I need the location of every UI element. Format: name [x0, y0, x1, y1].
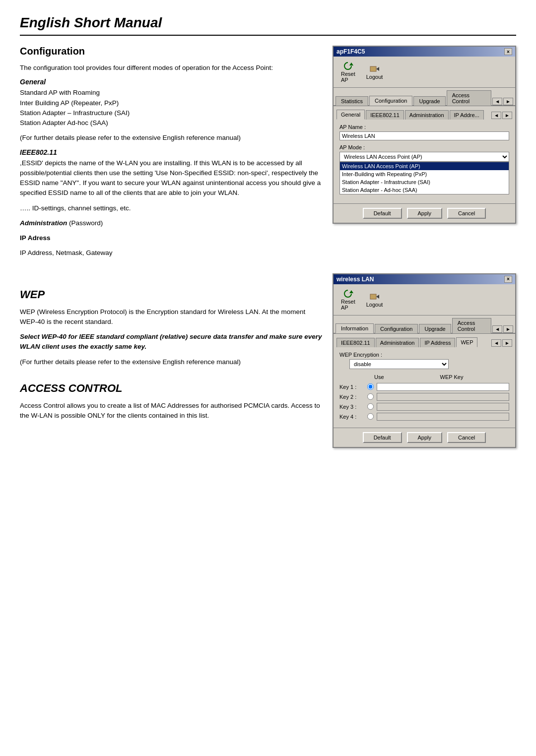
key1-radio[interactable]: [367, 383, 374, 390]
tab2-upgrade[interactable]: Upgrade: [419, 324, 451, 333]
tab-statistics[interactable]: Statistics: [335, 96, 368, 106]
general-items: Standard AP with RoamingInter Building A…: [20, 88, 323, 128]
key4-radio[interactable]: [367, 413, 374, 420]
subtab-ip-address[interactable]: IP Addre...: [450, 110, 484, 120]
key4-input[interactable]: [377, 413, 509, 421]
main-title: English Short Manual: [20, 15, 516, 36]
tab2-right-arrow[interactable]: ►: [503, 325, 513, 333]
subtab2-administration[interactable]: Administration: [376, 338, 419, 347]
dialog-wireless-lan: wireless LAN × ResetAP: [333, 273, 516, 448]
dialog1-content: AP Name : AP Mode : Wireless LAN Access …: [334, 119, 515, 203]
wep-key1-row: Key 1 :: [339, 383, 509, 391]
dialog2-titlebar: wireless LAN ×: [334, 274, 515, 284]
dialog1-logout-label: Logout: [366, 74, 383, 80]
key3-label: Key 3 :: [339, 404, 364, 410]
dialog1-logout-button[interactable]: Logout: [363, 63, 387, 81]
tab2-information[interactable]: Information: [335, 323, 374, 333]
ap-name-input[interactable]: [339, 131, 509, 140]
subtab2-left-arrow[interactable]: ◄: [491, 339, 501, 347]
tab-left-arrow[interactable]: ◄: [492, 98, 502, 105]
access-control-title: ACCESS CONTROL: [20, 382, 323, 395]
dialog1-apply-button[interactable]: Apply: [407, 208, 443, 219]
key2-radio[interactable]: [367, 393, 374, 400]
dialog1-tabs-row: Statistics Configuration Upgrade Access …: [334, 88, 515, 106]
svg-rect-1: [370, 66, 376, 71]
tab-upgrade[interactable]: Upgrade: [413, 96, 445, 106]
dialog1-footer: Default Apply Cancel: [334, 203, 515, 223]
dropdown-item-ap[interactable]: Wireless LAN Access Point (AP): [340, 162, 509, 170]
tab2-access-control[interactable]: Access Control: [452, 318, 492, 333]
dialog1-reset-button[interactable]: ResetAP: [337, 60, 359, 84]
dialog2-logout-button[interactable]: Logout: [363, 290, 387, 309]
tab-access-control[interactable]: Access Control: [447, 90, 492, 106]
dialog2-cancel-button[interactable]: Cancel: [447, 432, 486, 443]
dialog2-default-button[interactable]: Default: [363, 432, 402, 443]
svg-marker-3: [349, 290, 353, 293]
wep-title: WEP: [20, 288, 323, 301]
wep-encryption-select[interactable]: disable WEP-40 WEP-128: [349, 359, 449, 369]
access-control-section: ACCESS CONTROL Access Control allows you…: [20, 382, 323, 421]
key2-input[interactable]: [377, 393, 509, 401]
ip-label: IP Adress: [20, 233, 323, 243]
subtab2-ip-address[interactable]: IP Address: [420, 338, 455, 347]
wep-key-col-header: WEP Key: [394, 374, 509, 380]
subtab-administration[interactable]: Administration: [405, 110, 449, 120]
ieee-label: IEEE802.11: [20, 148, 323, 156]
dialog1-reset-label: ResetAP: [341, 71, 355, 83]
dialog2-reset-label: ResetAP: [341, 299, 355, 311]
svg-rect-4: [370, 294, 376, 299]
dialog1-toolbar: ResetAP Logout: [334, 57, 515, 88]
dropdown-item-saa[interactable]: Station Adapter - Ad-hoc (SAA): [340, 186, 509, 194]
tab2-left-arrow[interactable]: ◄: [492, 325, 502, 333]
svg-marker-0: [349, 63, 353, 65]
dialog2-title: wireless LAN: [336, 276, 374, 283]
dropdown-item-sai[interactable]: Station Adapter - Infrastructure (SAI): [340, 178, 509, 186]
configuration-title: Configuration: [20, 46, 323, 57]
wep-encryption-label: WEP Encryption :: [339, 352, 509, 358]
wep-section: WEP WEP (Wireless Encryption Protocol) i…: [20, 288, 323, 367]
dialog2-reset-button[interactable]: ResetAP: [337, 287, 359, 312]
key3-input[interactable]: [377, 403, 509, 411]
wep-note: (For further details please refer to the…: [20, 357, 323, 367]
key1-input[interactable]: [377, 383, 509, 391]
ap-mode-select[interactable]: Wireless LAN Access Point (AP) Inter-Bui…: [339, 152, 509, 162]
key3-radio[interactable]: [367, 403, 374, 410]
subtab-left-arrow[interactable]: ◄: [491, 112, 501, 119]
subtab2-wep[interactable]: WEP: [456, 337, 477, 347]
subtab-general[interactable]: General: [336, 110, 365, 120]
dropdown-list: Wireless LAN Access Point (AP) Inter-Bui…: [339, 162, 509, 194]
dialog1-title: apF1F4C5: [336, 48, 365, 55]
dialog2-toolbar: ResetAP Logout: [334, 284, 515, 315]
dialog1-cancel-button[interactable]: Cancel: [447, 208, 486, 219]
tab2-configuration[interactable]: Configuration: [375, 324, 418, 333]
dialog2-subtabs-row: IEEE802.11 Administration IP Address WEP…: [334, 334, 515, 347]
access-control-text: Access Control allows you to create a li…: [20, 401, 323, 421]
dialog2-footer: Default Apply Cancel: [334, 428, 515, 447]
wep-key4-row: Key 4 :: [339, 413, 509, 421]
ip-text: IP Address, Netmask, Gateway: [20, 248, 323, 258]
ieee-text: ,ESSID' depicts the name of the W-LAN yo…: [20, 158, 323, 198]
dialog1-close-button[interactable]: ×: [504, 48, 512, 55]
wep-key-header: Use WEP Key: [339, 373, 509, 381]
svg-marker-5: [376, 295, 379, 299]
id-settings: ….. ID-settings, channel settings, etc.: [20, 203, 323, 213]
wep-encryption-group: WEP Encryption : disable WEP-40 WEP-128: [339, 352, 509, 369]
subtab2-ieee80211[interactable]: IEEE802.11: [336, 338, 375, 347]
wep-key2-row: Key 2 :: [339, 393, 509, 401]
reset-icon-2: [342, 289, 354, 299]
dropdown-item-pxp[interactable]: Inter-Building with Repeating (PxP): [340, 170, 509, 178]
wep-intro: WEP (Wireless Encryption Protocol) is th…: [20, 307, 323, 327]
dialog2-content: WEP Encryption : disable WEP-40 WEP-128 …: [334, 347, 515, 428]
dialog1-default-button[interactable]: Default: [363, 208, 402, 219]
wep-bold-text: Select WEP-40 for IEEE standard complian…: [20, 332, 323, 352]
subtab-right-arrow[interactable]: ►: [502, 112, 512, 119]
tab-scroll: ◄ ►: [492, 98, 513, 105]
subtab-ieee80211[interactable]: IEEE802.11: [366, 110, 404, 120]
tab-configuration[interactable]: Configuration: [369, 96, 412, 106]
dialog1-titlebar: apF1F4C5 ×: [334, 47, 515, 57]
configuration-intro: The configuration tool provides four dif…: [20, 63, 323, 73]
subtab2-right-arrow[interactable]: ►: [502, 339, 512, 347]
tab-right-arrow[interactable]: ►: [503, 98, 513, 105]
dialog2-close-button[interactable]: ×: [504, 276, 512, 283]
dialog2-apply-button[interactable]: Apply: [407, 432, 443, 443]
